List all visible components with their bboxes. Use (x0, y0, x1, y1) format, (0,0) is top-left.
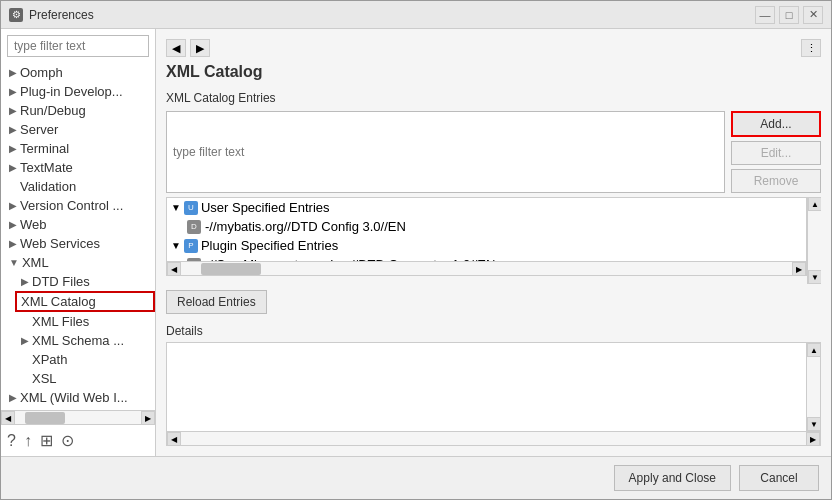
sidebar-bottom-toolbar: ? ↑ ⊞ ⊙ (1, 424, 155, 456)
hscroll-right-btn[interactable]: ▶ (792, 262, 806, 276)
user-entries: D -//mybatis.org//DTD Config 3.0//EN (167, 217, 806, 236)
details-content (167, 343, 806, 431)
sidebar-item-label: Terminal (20, 141, 69, 156)
chevron-icon: ▶ (21, 276, 29, 287)
details-vscroll-down[interactable]: ▼ (807, 417, 821, 431)
details-box-wrapper: ▲ ▼ (166, 342, 821, 432)
section-user-icon: U (184, 201, 198, 215)
sidebar-item-dtdfiles[interactable]: ▶ DTD Files (1, 272, 155, 291)
sidebar-item-web[interactable]: ▶ Web (1, 215, 155, 234)
back-button[interactable]: ◀ (166, 39, 186, 57)
collapse-icon: ▼ (171, 202, 181, 213)
sidebar-item-xmlschema[interactable]: ▶ XML Schema ... (1, 331, 155, 350)
close-button[interactable]: ✕ (803, 6, 823, 24)
add-button[interactable]: Add... (731, 111, 821, 137)
details-vscroll-track (807, 357, 820, 417)
section-label-plugin: Plugin Specified Entries (201, 238, 338, 253)
maximize-button[interactable]: □ (779, 6, 799, 24)
sidebar-item-server[interactable]: ▶ Server (1, 120, 155, 139)
sidebar-filter-input[interactable] (7, 35, 149, 57)
scroll-right-button[interactable]: ▶ (141, 411, 155, 425)
sidebar-item-label: XML Schema ... (32, 333, 124, 348)
catalog-list-wrapper: ▼ U User Specified Entries D -//mybatis.… (166, 197, 807, 276)
chevron-icon: ▶ (9, 67, 17, 78)
minimize-button[interactable]: — (755, 6, 775, 24)
chevron-icon: ▶ (9, 219, 17, 230)
chevron-icon: ▶ (9, 200, 17, 211)
chevron-icon: ▶ (9, 124, 17, 135)
nav-bar: ◀ ▶ ⋮ (166, 39, 821, 57)
sidebar-item-xmlwild[interactable]: ▶ XML (Wild Web I... (1, 388, 155, 407)
sidebar-item-rundebug[interactable]: ▶ Run/Debug (1, 101, 155, 120)
sidebar-item-xmlcatalog[interactable]: XML Catalog (15, 291, 155, 312)
catalog-vscroll: ▲ ▼ (807, 197, 821, 284)
panel-title: XML Catalog (166, 63, 821, 81)
sidebar-item-label: Plug-in Develop... (20, 84, 123, 99)
details-section: Details ▲ ▼ ◀ (166, 324, 821, 446)
entry-label: -//mybatis.org//DTD Config 3.0//EN (205, 219, 406, 234)
details-vscroll: ▲ ▼ (806, 343, 820, 431)
export-icon[interactable]: ↑ (24, 432, 32, 450)
sidebar-item-terminal[interactable]: ▶ Terminal (1, 139, 155, 158)
sidebar-item-label: Run/Debug (20, 103, 86, 118)
sidebar-item-webservices[interactable]: ▶ Web Services (1, 234, 155, 253)
remove-button[interactable]: Remove (731, 169, 821, 193)
apply-close-button[interactable]: Apply and Close (614, 465, 731, 491)
hscroll-left-btn[interactable]: ◀ (167, 262, 181, 276)
sidebar-item-label: XML (Wild Web I... (20, 390, 128, 405)
collapse-icon: ▼ (171, 240, 181, 251)
more-options-button[interactable]: ⋮ (801, 39, 821, 57)
edit-button[interactable]: Edit... (731, 141, 821, 165)
sidebar-item-label: Server (20, 122, 58, 137)
title-bar: ⚙ Preferences — □ ✕ (1, 1, 831, 29)
details-hscroll-right[interactable]: ▶ (806, 432, 820, 446)
sidebar-item-label: XML (22, 255, 49, 270)
hscroll-track (181, 262, 792, 275)
window-icon: ⚙ (9, 8, 23, 22)
sidebar-item-xsl[interactable]: ▶ XSL (1, 369, 155, 388)
sidebar-item-vcs[interactable]: ▶ Version Control ... (1, 196, 155, 215)
sidebar-item-label: Web (20, 217, 47, 232)
cancel-button[interactable]: Cancel (739, 465, 819, 491)
section-user-specified[interactable]: ▼ U User Specified Entries (167, 198, 806, 217)
vscroll-down-btn[interactable]: ▼ (808, 270, 821, 284)
sidebar-item-label: Version Control ... (20, 198, 123, 213)
help-icon[interactable]: ? (7, 432, 16, 450)
sidebar-item-label: XSL (32, 371, 57, 386)
details-box-container: ▲ ▼ ◀ ▶ (166, 342, 821, 446)
details-hscroll-left[interactable]: ◀ (167, 432, 181, 446)
sidebar-item-label: Web Services (20, 236, 100, 251)
sidebar-item-label: Validation (20, 179, 76, 194)
scroll-left-button[interactable]: ◀ (1, 411, 15, 425)
sidebar-item-label: XML Files (32, 314, 89, 329)
catalog-filter-input[interactable] (166, 111, 725, 193)
sidebar-item-label: TextMate (20, 160, 73, 175)
sidebar-item-xmlfiles[interactable]: ▶ XML Files (1, 312, 155, 331)
sidebar-item-textmate[interactable]: ▶ TextMate (1, 158, 155, 177)
section-plugin-specified[interactable]: ▼ P Plugin Specified Entries (167, 236, 806, 255)
list-item[interactable]: D -//mybatis.org//DTD Config 3.0//EN (183, 217, 806, 236)
title-bar-left: ⚙ Preferences (9, 8, 94, 22)
preferences-window: ⚙ Preferences — □ ✕ ▶ Oomph ▶ Plug-in De… (0, 0, 832, 500)
catalog-area: XML Catalog Entries Add... Edit... Remov… (166, 91, 821, 446)
sidebar-item-xml[interactable]: ▼ XML (1, 253, 155, 272)
info-icon[interactable]: ⊙ (61, 431, 74, 450)
forward-button[interactable]: ▶ (190, 39, 210, 57)
sidebar-item-label: Oomph (20, 65, 63, 80)
section-label: XML Catalog Entries (166, 91, 821, 105)
grid-icon[interactable]: ⊞ (40, 431, 53, 450)
entry-icon: D (187, 220, 201, 234)
details-hscroll-track (181, 432, 806, 445)
reload-entries-button[interactable]: Reload Entries (166, 290, 267, 314)
sidebar-item-oomph[interactable]: ▶ Oomph (1, 63, 155, 82)
section-label-user: User Specified Entries (201, 200, 330, 215)
sidebar-item-plugin[interactable]: ▶ Plug-in Develop... (1, 82, 155, 101)
details-vscroll-up[interactable]: ▲ (807, 343, 821, 357)
chevron-icon: ▶ (21, 335, 29, 346)
details-hscroll: ◀ ▶ (166, 432, 821, 446)
sidebar-item-validation[interactable]: ▶ Validation (1, 177, 155, 196)
catalog-top: Add... Edit... Remove (166, 111, 821, 193)
vscroll-up-btn[interactable]: ▲ (808, 197, 821, 211)
sidebar-item-xpath[interactable]: ▶ XPath (1, 350, 155, 369)
chevron-down-icon: ▼ (9, 257, 19, 268)
